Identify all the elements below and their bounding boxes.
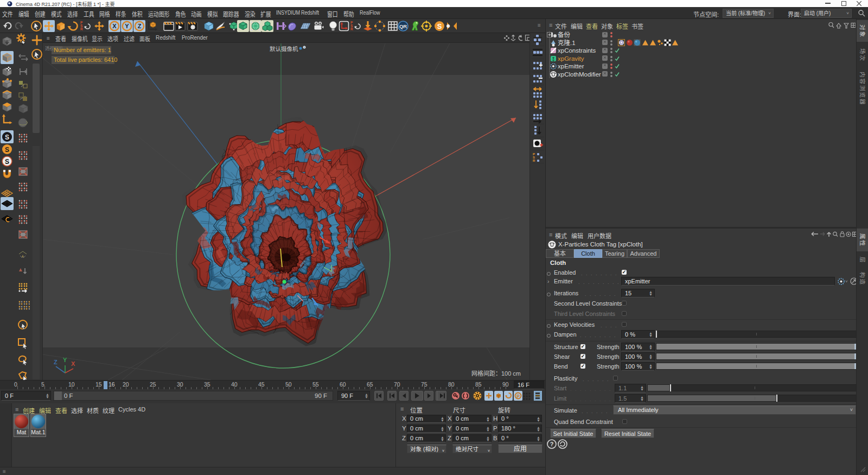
svg-text:X: X <box>71 360 75 367</box>
svg-text:R: R <box>533 159 535 162</box>
svg-text:P: P <box>516 394 520 399</box>
svg-text:S: S <box>437 22 442 30</box>
svg-text:?: ? <box>550 441 554 447</box>
svg-text:S: S <box>5 146 9 154</box>
svg-text:Z: Z <box>54 359 58 365</box>
svg-text:X: X <box>112 23 117 29</box>
svg-text:Z: Z <box>138 23 142 29</box>
svg-text:R: R <box>80 27 83 31</box>
svg-text:S: S <box>5 158 9 166</box>
svg-text:Y: Y <box>125 23 129 29</box>
svg-text:Y: Y <box>63 357 67 363</box>
svg-text:QR: QR <box>399 23 407 29</box>
svg-text:S: S <box>5 134 9 141</box>
svg-text:R: R <box>350 27 353 31</box>
